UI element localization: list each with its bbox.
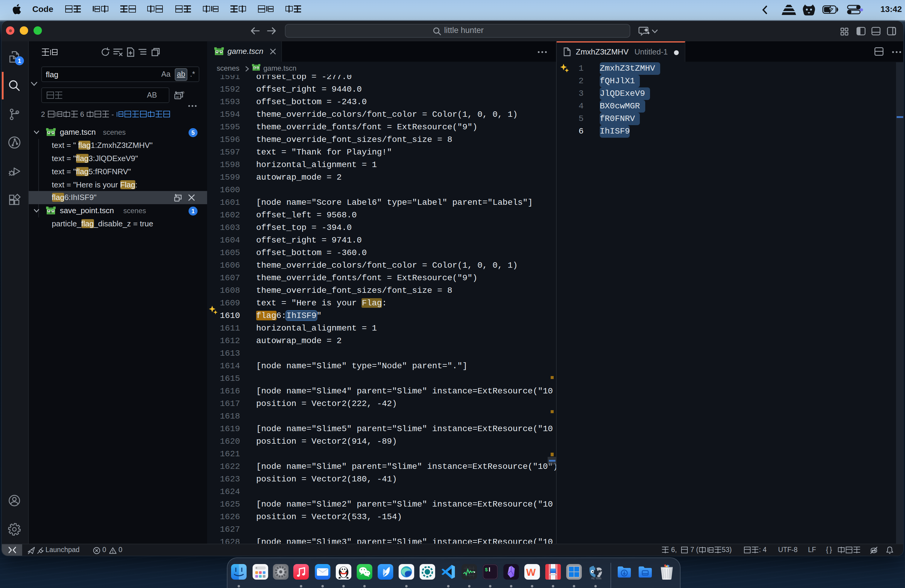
svg-text:ac: ac: [176, 95, 179, 98]
svg-text:W: W: [526, 566, 536, 578]
svg-text:RE Tools: RE Tools: [591, 577, 601, 580]
svg-text:ab: ab: [181, 90, 184, 94]
svg-text:$: $: [485, 567, 488, 573]
